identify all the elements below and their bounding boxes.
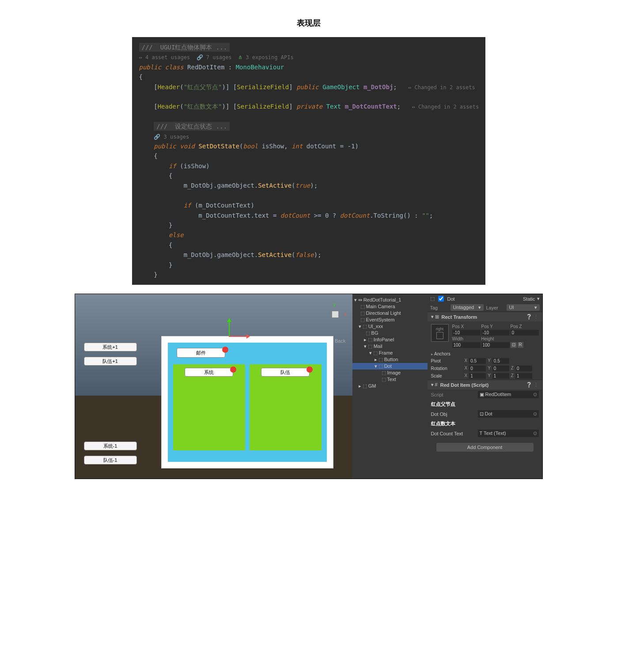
rot-x-input[interactable] [469, 366, 486, 371]
dot-count-text-field[interactable]: T Text (Text)⊙ [478, 430, 539, 437]
page-title: 表现层 [9, 18, 608, 28]
layer-label: Layer [486, 305, 504, 310]
button-system-minus[interactable]: 系统-1 [84, 442, 137, 450]
script-component-header[interactable]: ▾ #Red Dot Item (Script)❔ ⋮ [428, 380, 542, 389]
hierarchy-item-selected[interactable]: ▾ Dot [352, 363, 428, 370]
red-dot-icon [307, 366, 313, 373]
hierarchy-item[interactable]: ▸ InfoPanel [352, 336, 428, 343]
header-label: 红点父节点 [428, 400, 542, 409]
orientation-gizmo[interactable]: yx [324, 303, 346, 325]
inspector-panel[interactable]: ⬚ Dot Static ▾ Tag Untagged▾ Layer UI▾ ▾… [428, 294, 542, 479]
hierarchy-item[interactable]: Image [352, 370, 428, 376]
hierarchy-item[interactable]: BG [352, 330, 428, 336]
hierarchy-panel[interactable]: ▾ ⇔ RedDotTutorial_1 Main Camera Directi… [352, 294, 428, 479]
static-label[interactable]: Static [523, 296, 535, 302]
scene-buttons-top: 系统+1 队伍+1 [84, 343, 137, 371]
hierarchy-item[interactable]: ▾ UI_xxx [352, 323, 428, 330]
team-panel: 队伍 [250, 364, 322, 450]
rot-z-input[interactable] [515, 366, 532, 371]
pos-x-input[interactable] [452, 330, 481, 336]
red-dot-icon [230, 366, 236, 373]
hierarchy-item[interactable]: EventSystem [352, 317, 428, 323]
hierarchy-item[interactable]: ▸ Button [352, 356, 428, 363]
inspector-header: ⬚ Dot Static ▾ [428, 294, 542, 303]
cube-icon: ⬚ [430, 296, 435, 302]
rect-transform-header[interactable]: ▾ ⊞Rect Transform❔ ⋮ [428, 312, 542, 321]
team-button[interactable]: 队伍 [261, 368, 310, 377]
button-system-plus[interactable]: 系统+1 [84, 343, 137, 351]
scale-z-input[interactable] [515, 373, 532, 379]
pos-y-input[interactable] [481, 330, 510, 336]
canvas-panel: 邮件 系统 队伍 [161, 336, 333, 468]
scale-x-input[interactable] [469, 373, 486, 379]
hierarchy-item[interactable]: Text [352, 376, 428, 383]
scale-y-input[interactable] [492, 373, 509, 379]
tag-label: Tag [430, 305, 448, 310]
pivot-x-input[interactable] [469, 358, 486, 364]
hierarchy-item[interactable]: Directional Light [352, 310, 428, 317]
script-field: ▣ RedDotItem⊙ [478, 391, 539, 398]
hierarchy-item[interactable]: ▾ Mail [352, 343, 428, 350]
dot-obj-field[interactable]: ⊡ Dot⊙ [478, 410, 539, 418]
system-panel: 系统 [173, 364, 245, 450]
pivot-y-input[interactable] [492, 358, 509, 364]
header-label: 红点数文本 [428, 419, 542, 428]
height-input[interactable] [481, 342, 510, 348]
pos-z-input[interactable] [511, 330, 539, 336]
button-team-plus[interactable]: 队伍+1 [84, 357, 137, 366]
hierarchy-item[interactable]: ▸ GM [352, 383, 428, 389]
rot-y-input[interactable] [492, 366, 509, 371]
system-button[interactable]: 系统 [185, 368, 233, 377]
width-input[interactable] [452, 342, 481, 348]
comment: /// UGUI红点物体脚本 ... [139, 43, 230, 52]
hierarchy-scene[interactable]: ▾ ⇔ RedDotTutorial_1 [352, 297, 428, 303]
add-component-button[interactable]: Add Component [436, 443, 534, 452]
unity-editor: yx 系统+1 队伍+1 系统-1 队伍-1 ≡ Back 邮件 系统 队伍 [75, 294, 543, 479]
hierarchy-item[interactable]: Main Camera [352, 303, 428, 310]
object-name-field[interactable]: Dot [447, 296, 521, 302]
anchor-preset-button[interactable]: right [431, 324, 449, 342]
red-dot-icon [222, 347, 228, 353]
tag-dropdown[interactable]: Untagged▾ [450, 304, 484, 311]
layer-dropdown[interactable]: UI▾ [507, 304, 540, 311]
scene-buttons-bottom: 系统-1 队伍-1 [84, 442, 137, 470]
usage-hints: ⇔ 4 asset usages 🔗 7 usages ⋔ 3 exposing… [139, 54, 294, 60]
scene-view[interactable]: yx 系统+1 队伍+1 系统-1 队伍-1 ≡ Back 邮件 系统 队伍 [75, 294, 352, 479]
hierarchy-item[interactable]: ▾ Frame [352, 350, 428, 356]
button-team-minus[interactable]: 队伍-1 [84, 456, 137, 464]
active-checkbox[interactable] [438, 296, 444, 302]
anchors-foldout[interactable]: Anchors [431, 351, 462, 356]
mail-button[interactable]: 邮件 [177, 348, 225, 358]
code-editor: /// UGUI红点物体脚本 ... ⇔ 4 asset usages 🔗 7 … [132, 37, 485, 285]
